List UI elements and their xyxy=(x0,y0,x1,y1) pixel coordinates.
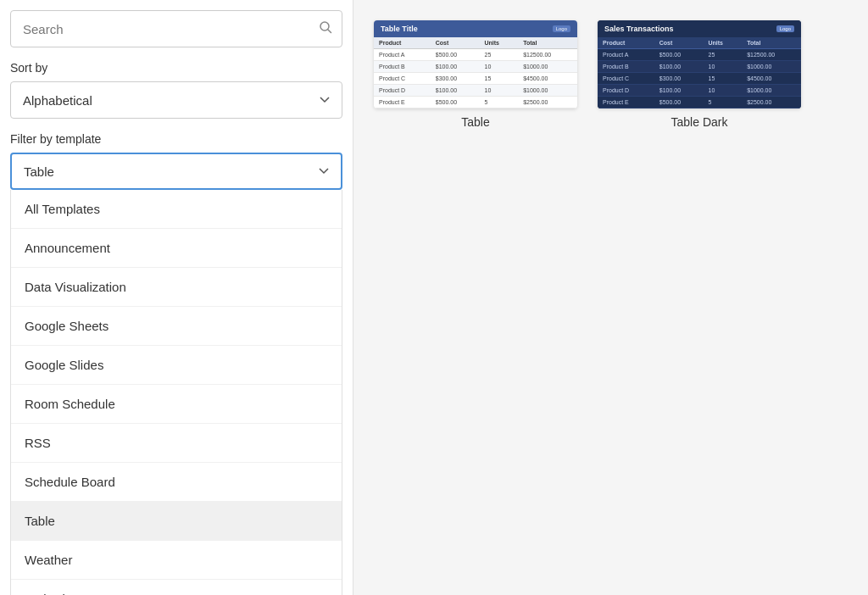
table-row: Product A $500.00 25 $12500.00 xyxy=(598,49,801,61)
dark-preview-table: Product Cost Units Total Product A $500.… xyxy=(598,37,801,108)
filter-option-weather[interactable]: Weather xyxy=(11,541,342,580)
filter-dropdown-button[interactable]: Table xyxy=(10,153,342,190)
filter-dropdown-list: All Templates Announcement Data Visualiz… xyxy=(10,190,342,595)
template-card-table-light[interactable]: Table Title Logo Product Cost Units Tota… xyxy=(374,20,577,129)
dark-col-cost: Cost xyxy=(654,37,704,49)
filter-option-schedule-board[interactable]: Schedule Board xyxy=(11,463,342,502)
dark-col-product: Product xyxy=(598,37,654,49)
filter-selected-value: Table xyxy=(24,164,54,179)
search-container xyxy=(10,10,342,47)
table-row: Product E $500.00 5 $2500.00 xyxy=(374,97,577,108)
dark-table-header: Sales Transactions Logo xyxy=(598,20,801,37)
light-col-cost: Cost xyxy=(431,37,480,49)
sort-container: Sort by Alphabetical Recent Popular xyxy=(10,61,342,119)
filter-option-room-schedule[interactable]: Room Schedule xyxy=(11,385,342,424)
light-preview-table: Product Cost Units Total Product A $500.… xyxy=(374,37,577,108)
filter-option-all-templates[interactable]: All Templates xyxy=(11,190,342,229)
table-row: Product B $100.00 10 $1000.00 xyxy=(598,61,801,73)
light-col-units: Units xyxy=(480,37,519,49)
template-label-dark: Table Dark xyxy=(671,115,728,129)
dark-table-logo-badge: Logo xyxy=(776,25,794,32)
light-col-total: Total xyxy=(518,37,577,49)
dark-col-total: Total xyxy=(742,37,801,49)
search-icon xyxy=(319,20,332,37)
filter-option-rss[interactable]: RSS xyxy=(11,424,342,463)
table-row: Product B $100.00 10 $1000.00 xyxy=(374,61,577,73)
template-card-table-dark[interactable]: Sales Transactions Logo Product Cost Uni… xyxy=(598,20,801,129)
filter-option-announcement[interactable]: Announcement xyxy=(11,229,342,268)
table-row: Product C $300.00 15 $4500.00 xyxy=(598,73,801,85)
table-row: Product D $100.00 10 $1000.00 xyxy=(374,85,577,97)
light-table-title: Table Title xyxy=(381,25,418,33)
dark-table-title: Sales Transactions xyxy=(604,25,674,33)
filter-option-web-view[interactable]: Web View xyxy=(11,580,342,595)
light-table-logo-badge: Logo xyxy=(553,25,570,32)
main-content: Table Title Logo Product Cost Units Tota… xyxy=(353,0,868,595)
template-preview-dark: Sales Transactions Logo Product Cost Uni… xyxy=(598,20,801,108)
filter-option-google-slides[interactable]: Google Slides xyxy=(11,346,342,385)
dark-col-units: Units xyxy=(704,37,743,49)
search-input[interactable] xyxy=(10,10,342,47)
filter-label: Filter by template xyxy=(10,132,342,146)
svg-line-1 xyxy=(328,30,331,33)
table-row: Product C $300.00 15 $4500.00 xyxy=(374,73,577,85)
chevron-down-icon xyxy=(319,168,329,175)
filter-option-data-visualization[interactable]: Data Visualization xyxy=(11,268,342,307)
filter-option-table[interactable]: Table xyxy=(11,502,342,541)
templates-grid: Table Title Logo Product Cost Units Tota… xyxy=(374,20,848,129)
sort-label: Sort by xyxy=(10,61,342,75)
sort-select[interactable]: Alphabetical Recent Popular xyxy=(10,81,342,119)
light-table-header: Table Title Logo xyxy=(374,20,577,37)
template-label-light: Table xyxy=(461,115,489,129)
template-preview-light: Table Title Logo Product Cost Units Tota… xyxy=(374,20,577,108)
filter-option-google-sheets[interactable]: Google Sheets xyxy=(11,307,342,346)
table-row: Product E $500.00 5 $2500.00 xyxy=(598,97,801,108)
sidebar: Sort by Alphabetical Recent Popular Filt… xyxy=(0,0,353,595)
table-row: Product A $500.00 25 $12500.00 xyxy=(374,49,577,61)
table-row: Product D $100.00 10 $1000.00 xyxy=(598,85,801,97)
light-col-product: Product xyxy=(374,37,431,49)
